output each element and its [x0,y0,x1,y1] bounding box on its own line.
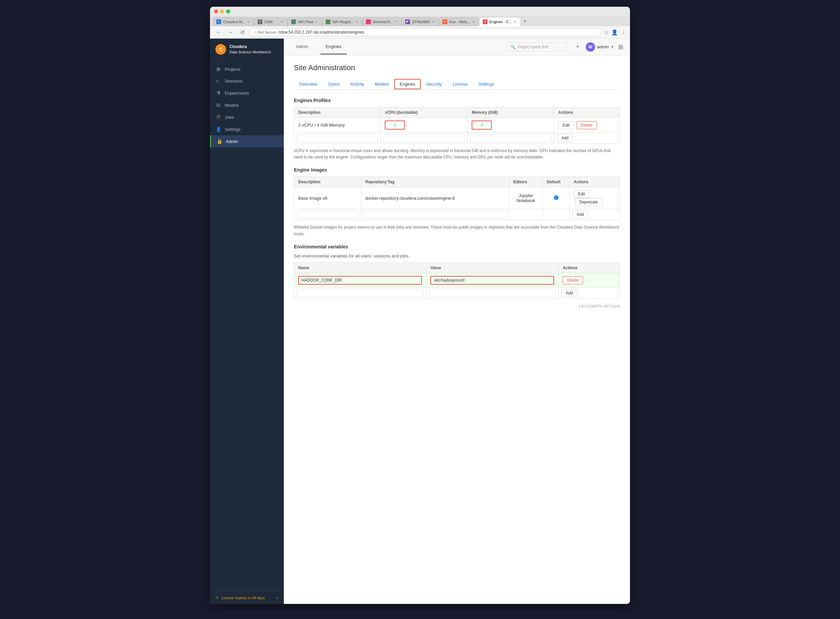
tab-nifi-regist[interactable]: 🌀 NiFi Regist... × [322,17,362,26]
reload-button[interactable]: ↺ [238,28,246,36]
menu-icon[interactable]: ⋮ [621,29,626,36]
license-expiry-text: License expires in 58 days [221,596,265,600]
version-text: 1.6.0.1294376 (46715e4) [578,304,620,308]
tab-close-nifi-regist[interactable]: × [356,19,358,24]
subnav-engines[interactable]: Engines [394,79,421,89]
add-env-button[interactable]: Add [561,289,577,297]
engine-images-note: Whitelist Docker images for project owne… [294,224,620,237]
new-img-repo-input[interactable] [364,211,506,218]
back-button[interactable]: ← [214,28,224,36]
add-profile-button[interactable]: Add [557,134,573,142]
search-box[interactable]: 🔍 Project quick find [507,43,567,51]
sidebar-item-experiments[interactable]: ⚗ Experiments [210,87,284,99]
col-memory: Memory (GiB) [467,108,554,118]
env-value-cell: /etc/hadoop/conf/ [427,273,558,287]
tab-close-streams[interactable]: × [432,19,434,24]
delete-env-button[interactable]: Delete [562,276,583,284]
sidebar-item-models[interactable]: ⊟ Models [210,99,284,111]
sidebar-item-admin[interactable]: 🔒 Admin [210,135,284,147]
tab-cloudera[interactable]: C Cloudera M... × [213,17,254,26]
logo-icon: C [215,44,226,55]
new-img-description-cell [294,209,361,220]
close-button[interactable] [214,9,218,13]
add-project-button[interactable]: + [574,43,582,51]
tab-schema[interactable]: ⬡ Schema R... × [362,17,402,26]
delete-profile-button[interactable]: Delete [577,121,597,129]
subnav-license[interactable]: License [447,79,473,89]
tab-engines[interactable]: E Engines - C... × [479,17,521,26]
address-bar[interactable]: ⚠ Not Secure cdsw.54.202.2.197.nip.io/ad… [249,28,601,36]
sidebar-item-projects[interactable]: ⊞ Projects [210,63,284,75]
img-col-editors: Editors [509,177,543,187]
tab-favicon-nifi-regist: 🌀 [326,19,330,24]
profile-actions: Edit Delete [554,118,620,133]
sidebar-item-sessions[interactable]: >_ Sessions [210,75,284,87]
chevron-down-icon: ▼ [611,45,614,49]
memory-input[interactable]: 4 [471,121,492,130]
add-profile-row: Add [294,133,620,144]
grid-icon[interactable]: ⊞ [618,43,623,51]
new-description-input[interactable] [297,134,378,142]
tab-streams[interactable]: 🌊 STREAMS × [401,17,439,26]
deprecate-image-button[interactable]: Deprecate [575,198,602,206]
tab-engines-header[interactable]: Engines [320,39,347,54]
default-radio[interactable] [554,195,558,200]
browser-addressbar: ← → ↺ ⚠ Not Secure cdsw.54.202.2.197.nip… [210,26,630,39]
user-menu[interactable]: W admin ▼ [586,42,614,52]
edit-profile-button[interactable]: Edit [558,121,574,129]
jobs-icon: ⏱ [215,114,221,120]
new-memory-input[interactable] [470,134,551,142]
tab-favicon-hue: H [443,19,447,24]
new-env-value-input[interactable] [429,289,555,297]
bookmark-icon[interactable]: ☆ [604,29,609,36]
sidebar-item-settings[interactable]: 👤 Settings [210,123,284,135]
subnav-activity[interactable]: Activity [345,79,369,89]
subnav-models[interactable]: Models [369,79,394,89]
new-vcpu-input[interactable] [383,134,464,142]
profile-memory: 4 [467,118,554,133]
tab-close-nifi-flow[interactable]: × [315,19,318,24]
engine-images-table: Description Repository:Tag Editors Defau… [294,176,620,220]
vcpu-input[interactable]: 2 [385,121,405,130]
browser-titlebar [210,7,630,16]
tab-cem[interactable]: C CEM × [254,17,288,26]
env-name-input[interactable]: HADOOP_CONF_DIR [298,276,422,285]
subnav-settings[interactable]: Settings [473,79,500,89]
tab-close-cloudera[interactable]: × [247,19,249,24]
new-env-name-input[interactable] [297,289,423,297]
subnav-users[interactable]: Users [323,79,345,89]
traffic-lights [214,9,230,13]
new-img-description-input[interactable] [297,211,358,218]
tab-close-schema[interactable]: × [395,19,397,24]
sidebar-item-label-projects: Projects [225,67,240,72]
experiments-icon: ⚗ [215,90,221,96]
tab-admin[interactable]: Admin [291,39,314,54]
table-row: 2 vCPU / 4 GiB Memory 2 4 Edit Delete [294,118,620,133]
tab-favicon-nifi-flow: 🌀 [291,19,296,24]
tab-close-cem[interactable]: × [281,19,283,24]
tab-hue[interactable]: H Hue - Welc... × [439,17,479,26]
tab-close-engines[interactable]: × [514,19,516,24]
new-tab-button[interactable]: + [521,16,529,26]
tab-nifi-flow[interactable]: 🌀 NiFi Flow × [288,17,322,26]
minimize-button[interactable] [220,9,224,13]
sidebar-footer: ⚠ License expires in 58 days « [210,591,284,604]
sidebar: C Cloudera Data Science Workbench ⊞ Proj… [210,39,284,604]
add-image-row: Add [294,209,620,220]
image-actions: Edit Deprecate [570,187,620,209]
forward-button[interactable]: → [226,28,236,36]
maximize-button[interactable] [226,9,230,13]
sidebar-item-label-settings: Settings [225,127,240,132]
subnav-overview[interactable]: Overview [294,79,323,89]
collapse-sidebar-button[interactable]: « [276,596,278,600]
edit-image-button[interactable]: Edit [574,190,589,198]
user-avatar: W [586,42,595,52]
tab-title-nifi-flow: NiFi Flow [298,20,313,24]
add-image-actions: Add [570,209,620,220]
env-value-input[interactable]: /etc/hadoop/conf/ [430,276,554,285]
subnav-security[interactable]: Security [421,79,447,89]
tab-close-hue[interactable]: × [472,19,475,24]
add-image-button[interactable]: Add [572,211,588,218]
sidebar-item-jobs[interactable]: ⏱ Jobs [210,111,284,123]
account-icon[interactable]: 👤 [611,29,618,36]
